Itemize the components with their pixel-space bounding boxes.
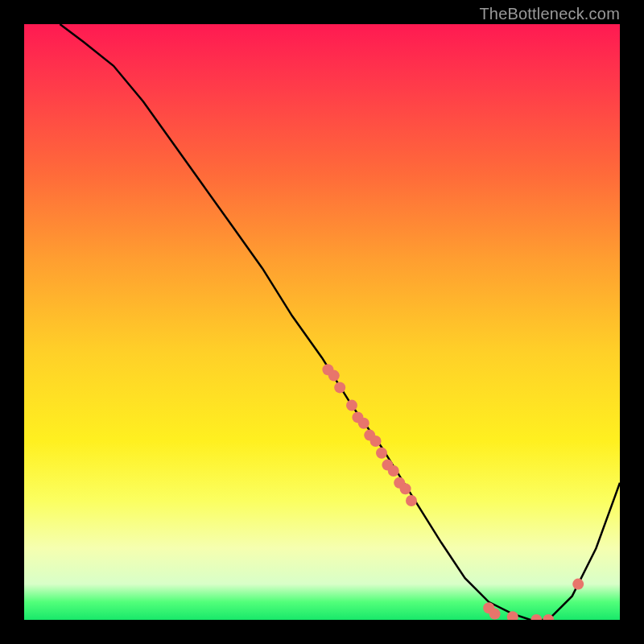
plot-area	[24, 24, 620, 620]
data-points	[322, 364, 584, 620]
data-point	[358, 418, 369, 429]
watermark-label: TheBottleneck.com	[479, 5, 620, 23]
data-point	[334, 382, 345, 393]
curve-line	[60, 24, 620, 620]
data-point	[376, 448, 387, 459]
data-point	[406, 495, 417, 506]
data-point	[530, 614, 542, 620]
data-point	[346, 400, 357, 411]
chart-svg	[24, 24, 620, 620]
data-point	[400, 483, 411, 494]
data-point	[328, 370, 340, 382]
data-point	[370, 436, 382, 447]
data-point	[489, 609, 501, 620]
chart-stage: TheBottleneck.com	[0, 0, 644, 644]
data-point	[388, 465, 399, 477]
data-point	[572, 579, 584, 590]
